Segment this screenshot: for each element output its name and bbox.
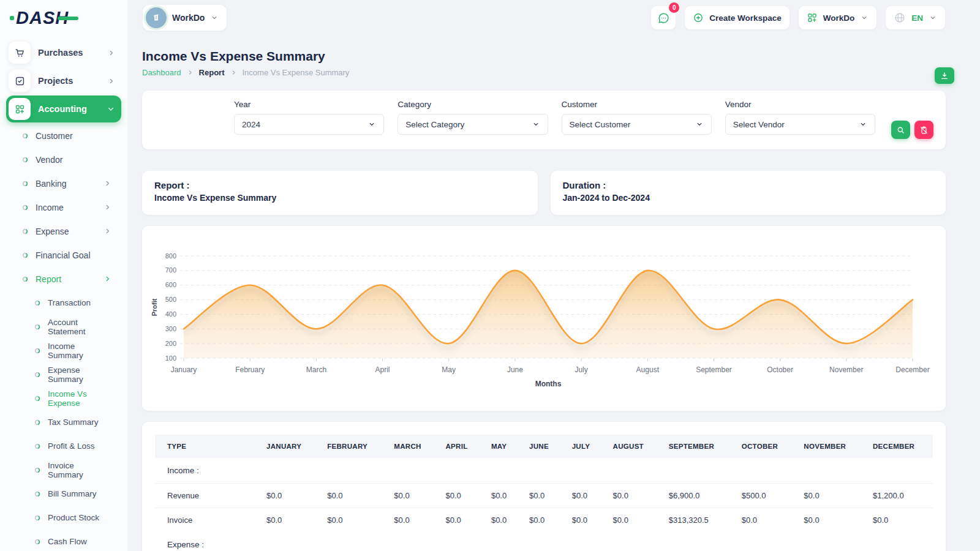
sidebar-item-label: Report [36, 274, 104, 284]
sidebar-item-report[interactable]: Report [6, 267, 121, 291]
customer-select[interactable]: Select Customer [562, 114, 712, 135]
value-cell: $0.0 [437, 484, 482, 508]
sidebar-item-income-vs-expense[interactable]: Income Vs Expense [6, 386, 121, 410]
sidebar-item-label: Income Summary [48, 342, 111, 360]
sidebar-item-label: Projects [38, 76, 107, 86]
value-cell: $6,900.0 [660, 484, 733, 508]
sidebar-item-transaction[interactable]: Transaction [6, 291, 121, 315]
value-cell: $0.0 [385, 508, 437, 533]
value-cell: $0.0 [437, 508, 482, 533]
svg-text:October: October [767, 365, 793, 374]
filter-actions [891, 100, 933, 140]
sidebar-item-financial-goal[interactable]: Financial Goal [6, 243, 121, 267]
column-header-may: MAY [483, 435, 521, 458]
chevron-right-icon [104, 227, 111, 235]
svg-text:Profit: Profit [151, 298, 158, 316]
duration-label: Duration : [563, 180, 934, 190]
sidebar-item-product-stock[interactable]: Product Stock [6, 506, 121, 530]
messages-button[interactable]: 0 [650, 6, 676, 30]
value-cell: $0.0 [521, 484, 564, 508]
sidebar-item-label: Bill Summary [48, 489, 111, 498]
svg-text:200: 200 [165, 340, 176, 347]
chevron-down-icon [368, 120, 376, 129]
circle-bullet-icon [34, 419, 40, 425]
sidebar-item-label: Transaction [48, 298, 111, 307]
sidebar-item-label: Profit & Loss [48, 441, 111, 451]
table-section-row-expense: Expense : [155, 532, 933, 551]
sidebar-item-invoice-summary[interactable]: Invoice Summary [6, 458, 121, 482]
sidebar-item-projects[interactable]: Projects [6, 67, 121, 94]
sidebar-item-customer[interactable]: Customer [6, 124, 121, 148]
app-menu-label: WorkDo [823, 13, 855, 23]
circle-bullet-icon [34, 443, 40, 449]
sidebar-item-income[interactable]: Income [6, 195, 121, 219]
value-cell: $500.0 [733, 484, 796, 508]
app-menu-button[interactable]: WorkDo [798, 6, 878, 30]
svg-text:November: November [829, 365, 863, 374]
circle-bullet-icon [22, 252, 28, 258]
reset-filter-button[interactable] [914, 121, 933, 139]
sidebar-item-income-summary[interactable]: Income Summary [6, 339, 121, 362]
breadcrumb-dashboard[interactable]: Dashboard [142, 68, 181, 77]
report-value: Income Vs Expense Summary [154, 193, 526, 203]
chevron-down-icon [210, 13, 219, 22]
sidebar-item-label: Purchases [38, 48, 107, 58]
workspace-switcher[interactable]: WorkDo [142, 4, 227, 31]
circle-bullet-icon [22, 157, 28, 163]
customer-label: Customer [562, 100, 712, 109]
column-header-january: JANUARY [258, 435, 318, 458]
svg-text:800: 800 [165, 252, 176, 260]
create-workspace-button[interactable]: Create Workspace [684, 6, 790, 30]
download-button[interactable] [935, 67, 954, 84]
value-cell: $0.0 [605, 508, 660, 533]
value-cell: $0.0 [483, 484, 521, 508]
svg-text:June: June [507, 365, 523, 374]
sidebar-item-accounting[interactable]: Accounting [6, 96, 121, 122]
circle-bullet-icon [34, 300, 40, 306]
breadcrumb-report[interactable]: Report [199, 68, 225, 77]
svg-text:August: August [636, 365, 660, 374]
circle-bullet-icon [34, 539, 40, 545]
year-select[interactable]: 2024 [234, 114, 384, 135]
chevron-down-icon [859, 120, 867, 129]
check-square-icon [9, 70, 31, 92]
grid-icon [9, 98, 31, 120]
value-cell: $0.0 [605, 484, 660, 508]
sidebar-item-bill-summary[interactable]: Bill Summary [6, 482, 121, 506]
circle-bullet-icon [34, 467, 40, 473]
sidebar-item-expense[interactable]: Expense [6, 219, 121, 243]
sidebar-item-account-statement[interactable]: Account Statement [6, 315, 121, 339]
circle-bullet-icon [34, 515, 40, 521]
page-content: Income Vs Expense Summary DashboardRepor… [127, 36, 980, 551]
value-cell: $0.0 [318, 508, 385, 533]
sidebar-item-vendor[interactable]: Vendor [6, 148, 121, 171]
sidebar-item-tax-summary[interactable]: Tax Summary [6, 410, 121, 434]
sidebar-item-expense-summary[interactable]: Expense Summary [6, 362, 121, 386]
column-header-november: NOVEMBER [795, 435, 864, 458]
app-logo-text: DASH [16, 8, 69, 28]
download-icon [940, 71, 949, 81]
value-cell: $1,200.0 [864, 484, 933, 508]
sidebar-item-profit-loss[interactable]: Profit & Loss [6, 434, 121, 458]
value-cell: $0.0 [564, 508, 605, 533]
category-select[interactable]: Select Category [398, 114, 548, 135]
vendor-select[interactable]: Select Vendor [725, 114, 875, 135]
sidebar-item-banking[interactable]: Banking [6, 171, 121, 195]
chevron-down-icon [695, 120, 704, 129]
circle-bullet-icon [34, 372, 40, 378]
workspace-name: WorkDo [172, 13, 205, 23]
app-logo[interactable]: DASH [0, 0, 127, 36]
sidebar-item-purchases[interactable]: Purchases [6, 39, 121, 66]
chevron-right-icon [230, 69, 237, 76]
chevron-down-icon [532, 120, 540, 129]
sidebar-item-cash-flow[interactable]: Cash Flow [6, 530, 121, 551]
section-label: Income : [155, 458, 933, 484]
sidebar-item-label: Invoice Summary [48, 461, 111, 479]
search-icon [896, 126, 905, 135]
circle-bullet-icon [34, 348, 40, 354]
svg-text:December: December [895, 365, 929, 374]
language-selector[interactable]: EN [885, 6, 946, 30]
column-header-october: OCTOBER [733, 435, 796, 458]
circle-bullet-icon [34, 395, 40, 402]
apply-filter-button[interactable] [891, 121, 910, 139]
